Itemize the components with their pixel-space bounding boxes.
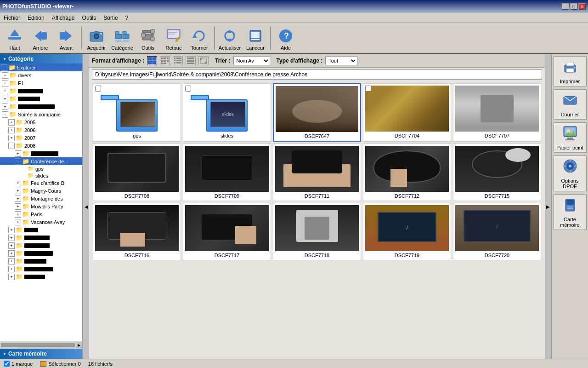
tree-item-2008r1[interactable]: + 📁 [0, 150, 82, 157]
toolbar-retouc[interactable]: Retouc [162, 26, 186, 52]
menu-sortie[interactable]: Sortie [102, 14, 119, 22]
toolbar-outils[interactable]: Outils [136, 26, 160, 52]
tree-item-slides[interactable]: 📁 slides [0, 172, 82, 179]
photo-item-7708[interactable]: DSCF7708 [93, 144, 181, 201]
r2-expander[interactable]: + [2, 96, 8, 102]
f1-expander[interactable]: + [2, 80, 8, 86]
tree-item-montagne[interactable]: + 📁 Montagne des [0, 195, 82, 202]
menu-outils[interactable]: Outils [80, 14, 98, 22]
rr4-expander[interactable]: + [8, 250, 15, 257]
p7704-checkbox-area[interactable] [365, 86, 372, 92]
rr7-expander[interactable]: + [8, 274, 15, 280]
minimize-button[interactable]: _ [562, 3, 569, 10]
trier-select[interactable]: Nom Av Nom Dé Date Av Date Dé [233, 56, 270, 65]
tree-root[interactable]: - 📁 Explorer [0, 63, 82, 71]
tree-item-rr2[interactable]: + 📁 [0, 234, 82, 242]
close-button[interactable]: ✕ [578, 3, 586, 10]
toolbar-aide[interactable]: ? Aide [274, 26, 298, 52]
btn-options-dpof[interactable]: Options DPOF [554, 155, 587, 191]
tree-item-paris[interactable]: + 📁 Paris [0, 210, 82, 218]
toolbar-lanceur[interactable]: Lanceur [243, 26, 267, 52]
btn-carte-memoire[interactable]: Carte mémoire [554, 194, 587, 230]
rr6-expander[interactable]: + [8, 266, 15, 272]
tree-item-r1[interactable]: + 📁 [0, 87, 82, 95]
photo-item-7704[interactable]: DSCF7704 [363, 83, 451, 142]
tree-item-soiree[interactable]: - 📁 Soirée & companie [0, 110, 82, 118]
tree-item-vacances[interactable]: + 📁 Vacances Avey [0, 218, 82, 226]
rr1-expander[interactable]: + [8, 227, 15, 233]
magny-expander[interactable]: + [15, 188, 21, 194]
photo-item-7718[interactable]: DSCF7718 [273, 203, 361, 260]
y2005-expander[interactable]: + [8, 119, 15, 126]
tree-item-conference[interactable]: - 📁 Conférence de... [0, 157, 82, 165]
r1-expander[interactable]: + [2, 88, 8, 94]
tree-item-rr6[interactable]: + 📁 [0, 265, 82, 273]
photo-item-7712[interactable]: DSCF7712 [363, 144, 451, 201]
menu-aide[interactable]: ? [124, 14, 130, 22]
divers-expander[interactable]: + [2, 72, 8, 79]
toolbar-categorie[interactable]: Catégorie [110, 26, 134, 52]
r3-expander[interactable]: + [2, 104, 8, 110]
mowbli-expander[interactable]: + [15, 203, 21, 210]
feu-expander[interactable]: + [15, 180, 21, 186]
tree-item-divers[interactable]: + 📁 divers [0, 71, 82, 79]
tree-item-feu[interactable]: + 📁 Feu d'artifice B [0, 179, 82, 187]
paris-expander[interactable]: + [15, 211, 21, 218]
photo-item-7715[interactable]: DSCF7715 [453, 144, 541, 201]
y2006-expander[interactable]: + [8, 127, 15, 133]
rr5-expander[interactable]: + [8, 258, 15, 264]
tree-item-magny[interactable]: + 📁 Magny-Cours [0, 187, 82, 195]
tree-item-r3[interactable]: + 📁 [0, 103, 82, 110]
photo-item-7719[interactable]: ♪ DSCF7719 [363, 203, 451, 260]
menu-fichier[interactable]: Fichier [2, 14, 22, 22]
rr3-expander[interactable]: + [8, 242, 15, 249]
tree-item-2007[interactable]: + 📁 2007 [0, 134, 82, 142]
photo-item-slides[interactable]: slides slides [183, 83, 271, 142]
scroll-right[interactable]: ▶ [76, 342, 82, 348]
maximize-button[interactable]: □ [570, 3, 577, 10]
r4-expander[interactable]: + [15, 150, 21, 157]
photo-grid-container[interactable]: gps slides slides [89, 80, 545, 359]
menu-edition[interactable]: Edition [26, 14, 46, 22]
y2007-expander[interactable]: + [8, 135, 15, 141]
photo-item-7707[interactable]: DSCF7707 [453, 83, 541, 142]
left-panel-toggle[interactable]: ◀ [83, 54, 89, 359]
toolbar-arriere[interactable]: Arrière [28, 26, 52, 52]
tree-item-rr7[interactable]: + 📁 [0, 273, 82, 281]
p7704-checkbox[interactable] [365, 86, 371, 92]
view-detail[interactable] [186, 56, 196, 65]
btn-imprimer[interactable]: Imprimer [554, 56, 587, 86]
tree-item-f1[interactable]: + 📁 F1 [0, 79, 82, 87]
photo-item-7647[interactable]: DSCF7647 [273, 83, 361, 142]
tree-item-rr5[interactable]: + 📁 [0, 257, 82, 265]
btn-papier-peint[interactable]: Papier peint [554, 122, 587, 153]
rr2-expander[interactable]: + [8, 235, 15, 241]
menu-affichage[interactable]: Affichage [50, 14, 77, 22]
tree-item-r2[interactable]: + 📁 [0, 95, 82, 103]
y2008-expander[interactable]: - [8, 143, 15, 149]
tree-item-2005[interactable]: + 📁 2005 [0, 118, 82, 126]
toolbar-haut[interactable]: Haut [3, 26, 27, 52]
toolbar-tourner[interactable]: Tourner [187, 26, 211, 52]
tree-item-2008[interactable]: - 📁 2008 [0, 142, 82, 150]
type-select[interactable]: Tout Photos Vidéos [325, 56, 357, 65]
sidebar-scrollbar[interactable]: ▶ [0, 341, 82, 349]
root-expander[interactable]: - [1, 64, 7, 71]
carte-memoire-header[interactable]: ▼ Carte mémoire [0, 349, 82, 359]
view-list[interactable] [173, 56, 183, 65]
btn-courrier[interactable]: Courrier [554, 89, 587, 120]
photo-item-7709[interactable]: DSCF7709 [183, 144, 271, 201]
view-fullscreen[interactable] [198, 56, 209, 65]
tree-item-2006[interactable]: + 📁 2006 [0, 126, 82, 134]
photo-item-7711[interactable]: DSCF7711 [273, 144, 361, 201]
soiree-expander[interactable]: - [2, 111, 8, 118]
photo-item-7720[interactable]: ♪ DSCF7720 [453, 203, 541, 260]
tree-item-rr4[interactable]: + 📁 [0, 249, 82, 257]
toolbar-avant[interactable]: Avant [54, 26, 78, 52]
toolbar-actualiser[interactable]: Actualiser [218, 26, 242, 52]
view-medium[interactable] [160, 56, 170, 65]
tree-item-rr1[interactable]: + 📁 [0, 226, 82, 234]
vacances-expander[interactable]: + [15, 219, 21, 225]
photo-item-gps[interactable]: gps [93, 83, 181, 142]
right-panel-toggle[interactable]: ▶ [545, 54, 551, 359]
